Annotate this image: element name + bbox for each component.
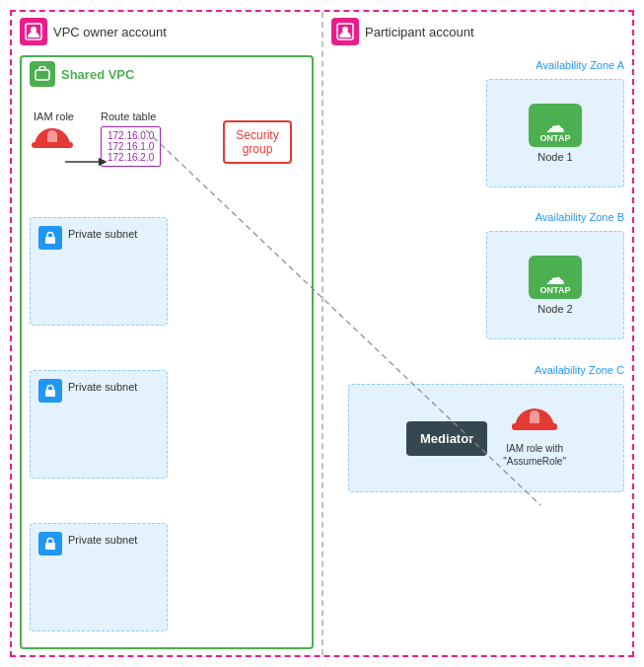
ontap-text-a: ONTAP <box>540 133 571 143</box>
assume-role-section: IAM role with"AssumeRole" <box>503 408 566 468</box>
node-box-b: ☁ ONTAP Node 2 <box>486 231 624 339</box>
route-entry-0: 172.16.0.0 <box>107 130 154 141</box>
participant-icon <box>331 18 359 45</box>
az-b-right: Availability Zone B ☁ ONTAP Node 2 <box>323 209 632 357</box>
assume-role-helmet <box>515 408 554 438</box>
subnet-label-c: Private subnet <box>68 534 137 546</box>
az-b-label: Availability Zone B <box>536 211 624 223</box>
right-panel-header: Participant account <box>323 12 632 51</box>
vpc-owner-title: VPC owner account <box>53 25 167 39</box>
mediator-label: Mediator <box>420 431 473 446</box>
route-section: Route table 172.16.0.0 172.16.1.0 172.16… <box>101 111 161 167</box>
mediator-container: Mediator IAM role with"AssumeRole" <box>348 384 624 492</box>
az-row-c-left: Private subnet <box>22 501 312 649</box>
node-label-a: Node 1 <box>537 151 572 163</box>
assume-helmet-brim <box>512 423 557 430</box>
iam-section: IAM role <box>34 111 74 158</box>
lock-icon-b <box>38 379 62 403</box>
az-c-label: Availability Zone C <box>535 364 624 376</box>
cloud-icon-b: ☁ <box>545 267 565 287</box>
az-a-right: Availability Zone A ☁ ONTAP Node 1 <box>323 57 632 205</box>
shared-vpc-header: Shared VPC <box>22 57 312 91</box>
ontap-icon-a: ☁ ONTAP <box>529 104 582 147</box>
right-panel: Participant account Availability Zone A … <box>323 12 632 655</box>
ontap-icon-b: ☁ ONTAP <box>529 256 582 299</box>
lock-icon-c <box>38 532 62 556</box>
route-table-box: 172.16.0.0 172.16.1.0 172.16.2.0 <box>101 126 161 167</box>
shared-vpc-icon <box>30 61 55 87</box>
left-panel-header: VPC owner account <box>12 12 322 51</box>
diagram-container: VPC owner account Shared VPC <box>0 0 644 667</box>
svg-rect-2 <box>36 70 49 80</box>
az-row-b-left: Private subnet <box>22 348 312 496</box>
node-box-a: ☁ ONTAP Node 1 <box>486 79 624 187</box>
mediator-box: Mediator <box>406 421 487 456</box>
iam-role-helmet <box>34 126 71 158</box>
availability-zones-left: Private subnet Private s <box>22 195 312 647</box>
svg-rect-4 <box>45 237 55 244</box>
svg-rect-5 <box>45 390 55 397</box>
lock-icon-a <box>38 226 62 250</box>
subnet-box-c: Private subnet <box>30 523 168 631</box>
node-label-b: Node 2 <box>537 303 572 315</box>
route-label: Route table <box>101 111 161 122</box>
cloud-icon-a: ☁ <box>545 115 565 135</box>
az-c-right: Availability Zone C Mediator IAM role wi… <box>323 362 632 520</box>
security-group-box: Security group <box>223 120 292 164</box>
subnet-label-a: Private subnet <box>68 228 137 240</box>
iam-label: IAM role <box>34 111 74 122</box>
route-entry-1: 172.16.1.0 <box>107 141 154 152</box>
subnet-label-b: Private subnet <box>68 381 137 393</box>
subnet-box-a: Private subnet <box>30 217 168 326</box>
helmet-brim <box>32 142 73 148</box>
participant-title: Participant account <box>365 25 474 39</box>
subnet-box-b: Private subnet <box>30 370 168 479</box>
vpc-owner-icon <box>20 18 47 45</box>
ontap-text-b: ONTAP <box>540 285 571 295</box>
left-panel: VPC owner account Shared VPC <box>12 12 323 655</box>
route-entry-2: 172.16.2.0 <box>107 152 154 163</box>
az-a-label: Availability Zone A <box>536 59 624 71</box>
security-group-label: Security group <box>236 128 278 156</box>
svg-rect-6 <box>45 543 55 550</box>
az-row-a-left: Private subnet <box>22 195 312 343</box>
shared-vpc-title: Shared VPC <box>61 67 134 82</box>
assume-role-label: IAM role with"AssumeRole" <box>503 442 566 468</box>
shared-vpc-box: Shared VPC IAM role <box>20 55 314 649</box>
helmet-icon <box>35 128 70 156</box>
outer-border: VPC owner account Shared VPC <box>10 10 634 657</box>
